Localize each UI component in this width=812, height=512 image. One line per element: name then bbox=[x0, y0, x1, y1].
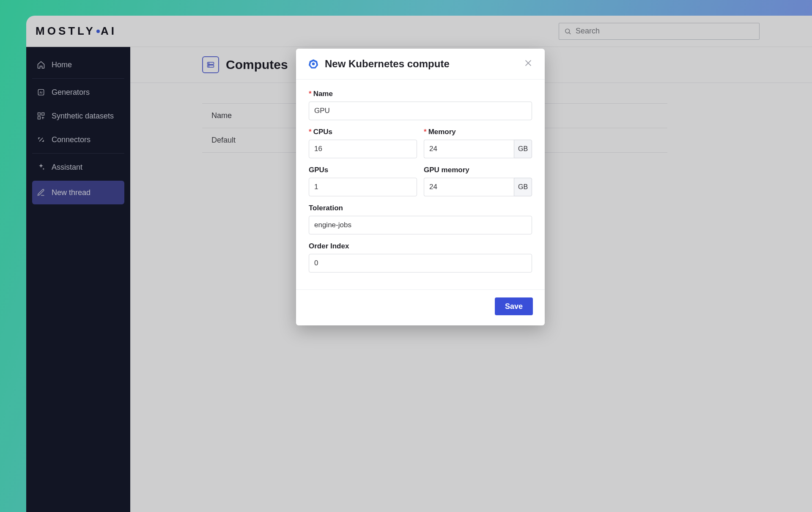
cpus-input[interactable] bbox=[309, 140, 417, 158]
modal-header: New Kubernetes compute bbox=[296, 49, 545, 80]
order-index-input[interactable] bbox=[309, 254, 532, 273]
gpu-memory-input[interactable] bbox=[424, 178, 514, 196]
modal-title: New Kubernetes compute bbox=[325, 58, 518, 70]
memory-input[interactable] bbox=[424, 140, 514, 158]
modal-body: *Name *CPUs *Memory GB GPUs bbox=[296, 80, 545, 289]
toleration-input[interactable] bbox=[309, 216, 532, 234]
name-input[interactable] bbox=[309, 102, 532, 120]
modal-new-kubernetes-compute: New Kubernetes compute *Name *CPUs *Memo… bbox=[296, 49, 545, 325]
gpu-memory-unit: GB bbox=[514, 178, 532, 196]
modal-footer: Save bbox=[296, 289, 545, 325]
label-gpu-memory: GPU memory bbox=[424, 166, 532, 174]
memory-unit: GB bbox=[514, 140, 532, 158]
save-button[interactable]: Save bbox=[495, 297, 533, 315]
label-toleration: Toleration bbox=[309, 204, 532, 212]
label-order-index: Order Index bbox=[309, 242, 532, 250]
label-gpus: GPUs bbox=[309, 166, 417, 174]
label-name: *Name bbox=[309, 90, 532, 98]
kubernetes-icon bbox=[308, 58, 319, 69]
label-cpus: *CPUs bbox=[309, 128, 417, 136]
close-icon bbox=[524, 58, 533, 68]
close-button[interactable] bbox=[524, 58, 533, 69]
label-memory: *Memory bbox=[424, 128, 532, 136]
gpus-input[interactable] bbox=[309, 178, 417, 196]
